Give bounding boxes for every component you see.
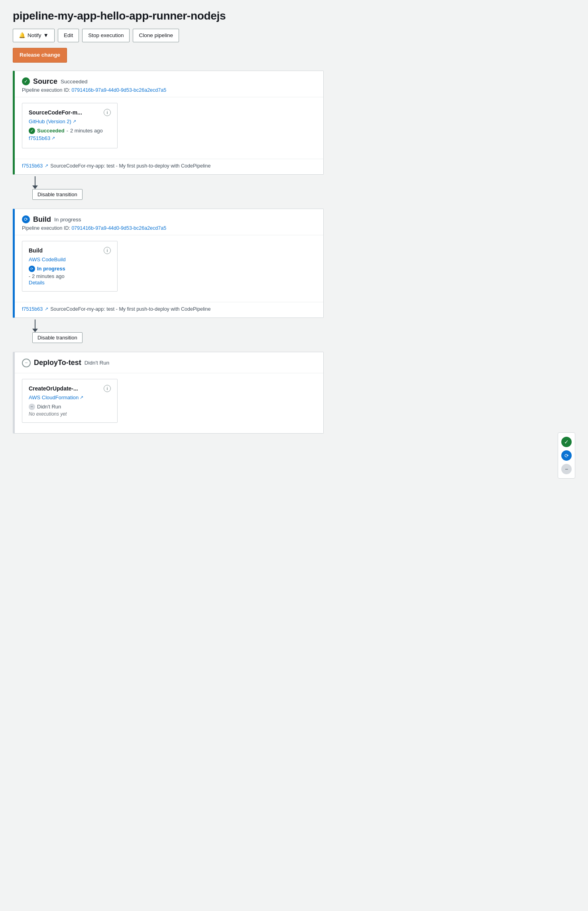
deploy-status-row: − Didn't Run — [29, 404, 111, 410]
deploy-action-card: CreateOrUpdate-... i AWS CloudFormation … — [22, 379, 118, 423]
release-change-button[interactable]: Release change — [13, 48, 67, 62]
build-action-time-ago: 2 minutes ago — [32, 273, 65, 279]
build-action-info-icon[interactable]: i — [104, 247, 111, 254]
deploy-external-link-icon: ↗ — [80, 395, 83, 400]
source-provider-label: GitHub (Version 2) — [29, 118, 71, 124]
stage-build: ⟳ Build In progress Pipeline execution I… — [13, 209, 324, 318]
build-status-icon: ⟳ — [22, 215, 30, 223]
bell-icon: 🔔 — [19, 32, 26, 39]
deploy-stage-name: DeployTo-test — [34, 359, 81, 367]
deploy-action-status-icon: − — [29, 404, 35, 410]
build-footer-commit-row: f7515b63 ↗ SourceCodeFor-my-app: test - … — [22, 306, 316, 312]
source-commit-external-icon: ↗ — [51, 136, 55, 141]
page-title: pipeline-my-app-hello-app-runner-nodejs — [13, 10, 575, 22]
source-action-info-icon[interactable]: i — [104, 109, 111, 116]
disable-transition-1-button[interactable]: Disable transition — [32, 189, 83, 200]
caret-down-icon: ▼ — [43, 32, 49, 39]
build-details-link[interactable]: Details — [29, 280, 45, 286]
source-action-status-label: Succeeded — [37, 128, 65, 134]
build-action-status-icon: ⟳ — [29, 266, 35, 272]
build-status-row: ⟳ In progress — [29, 266, 111, 272]
deploy-no-exec-text: No executions yet — [29, 411, 111, 417]
stage-source: ✓ Source Succeeded Pipeline execution ID… — [13, 71, 324, 175]
minimap-dot-source[interactable]: ✓ — [561, 437, 572, 443]
clone-pipeline-button[interactable]: Clone pipeline — [133, 29, 179, 42]
build-stage-body: Build i AWS CodeBuild ⟳ In progress - 2 … — [15, 235, 323, 302]
disable-transition-2-button[interactable]: Disable transition — [32, 332, 83, 343]
source-status-row: ✓ Succeeded - 2 minutes ago — [29, 128, 111, 134]
deploy-provider-label: AWS CloudFormation — [29, 394, 79, 400]
source-execution-id-row: Pipeline execution ID: 0791416b-97a9-44d… — [22, 87, 316, 93]
toolbar: 🔔 Notify ▼ Edit Stop execution Clone pip… — [13, 29, 575, 42]
build-footer-commit-link[interactable]: f7515b63 — [22, 306, 43, 312]
build-stage-name: Build — [33, 215, 51, 224]
source-action-time: - — [67, 128, 68, 134]
build-stage-status: In progress — [54, 217, 81, 223]
stage-source-header: ✓ Source Succeeded Pipeline execution ID… — [15, 71, 323, 97]
source-action-card: SourceCodeFor-m... i GitHub (Version 2) … — [22, 103, 118, 148]
source-footer-external-icon: ↗ — [45, 163, 48, 168]
stage-build-header: ⟳ Build In progress Pipeline execution I… — [15, 209, 323, 235]
notify-label: Notify — [28, 32, 41, 39]
build-execution-id-row: Pipeline execution ID: 0791416b-97a9-44d… — [22, 225, 316, 231]
source-action-name: SourceCodeFor-m... — [29, 109, 82, 116]
source-status-icon: ✓ — [22, 77, 30, 85]
arrow-down-2 — [35, 319, 35, 329]
build-action-card: Build i AWS CodeBuild ⟳ In progress - 2 … — [22, 241, 118, 292]
transition-connector-2: Disable transition — [13, 319, 83, 343]
build-action-time-row: - 2 minutes ago — [29, 273, 111, 279]
stop-execution-button[interactable]: Stop execution — [82, 29, 130, 42]
source-execution-id-link[interactable]: 0791416b-97a9-44d0-9d53-bc26a2ecd7a5 — [71, 87, 166, 93]
pipeline-container: ✓ Source Succeeded Pipeline execution ID… — [13, 71, 356, 434]
source-provider-link[interactable]: GitHub (Version 2) ↗ — [29, 118, 111, 124]
build-footer-external-icon: ↗ — [45, 306, 48, 312]
source-commit-hash: f7515b63 — [29, 135, 50, 141]
deploy-action-status-label: Didn't Run — [37, 404, 61, 410]
source-stage-footer: f7515b63 ↗ SourceCodeFor-my-app: test - … — [15, 159, 323, 174]
build-footer-message: SourceCodeFor-my-app: test - My first pu… — [50, 306, 210, 312]
source-footer-commit-link[interactable]: f7515b63 — [22, 163, 43, 169]
stage-deploy-header: − DeployTo-test Didn't Run — [15, 352, 323, 373]
notify-button[interactable]: 🔔 Notify ▼ — [13, 29, 55, 42]
build-stage-footer: f7515b63 ↗ SourceCodeFor-my-app: test - … — [15, 302, 323, 317]
source-stage-body: SourceCodeFor-m... i GitHub (Version 2) … — [15, 97, 323, 159]
deploy-stage-body: CreateOrUpdate-... i AWS CloudFormation … — [15, 373, 323, 433]
source-external-link-icon: ↗ — [73, 119, 76, 124]
deploy-stage-status: Didn't Run — [85, 360, 110, 366]
source-footer-message: SourceCodeFor-my-app: test - My first pu… — [50, 163, 210, 169]
build-action-name: Build — [29, 247, 43, 254]
minimap-check-icon: ✓ — [564, 439, 569, 443]
source-action-status-icon: ✓ — [29, 128, 35, 134]
stage-deploy: − DeployTo-test Didn't Run CreateOrUpdat… — [13, 352, 324, 434]
arrow-down-1 — [35, 176, 35, 186]
edit-button[interactable]: Edit — [58, 29, 79, 42]
build-execution-id-link[interactable]: 0791416b-97a9-44d0-9d53-bc26a2ecd7a5 — [71, 225, 166, 231]
source-footer-commit-row: f7515b63 ↗ SourceCodeFor-my-app: test - … — [22, 163, 316, 169]
source-commit-link[interactable]: f7515b63 ↗ — [29, 135, 111, 141]
deploy-action-info-icon[interactable]: i — [104, 385, 111, 392]
side-minimap: ✓ ⟳ − — [558, 432, 575, 443]
build-action-status-label: In progress — [37, 266, 65, 272]
source-action-time-ago: 2 minutes ago — [70, 128, 103, 134]
build-provider-link[interactable]: AWS CodeBuild — [29, 256, 111, 262]
source-stage-name: Source — [33, 77, 57, 86]
source-stage-status: Succeeded — [61, 79, 88, 85]
deploy-action-name: CreateOrUpdate-... — [29, 385, 78, 392]
deploy-status-icon: − — [22, 359, 31, 367]
build-provider-label: AWS CodeBuild — [29, 256, 66, 262]
deploy-provider-link[interactable]: AWS CloudFormation ↗ — [29, 394, 111, 400]
transition-connector-1: Disable transition — [13, 176, 83, 200]
